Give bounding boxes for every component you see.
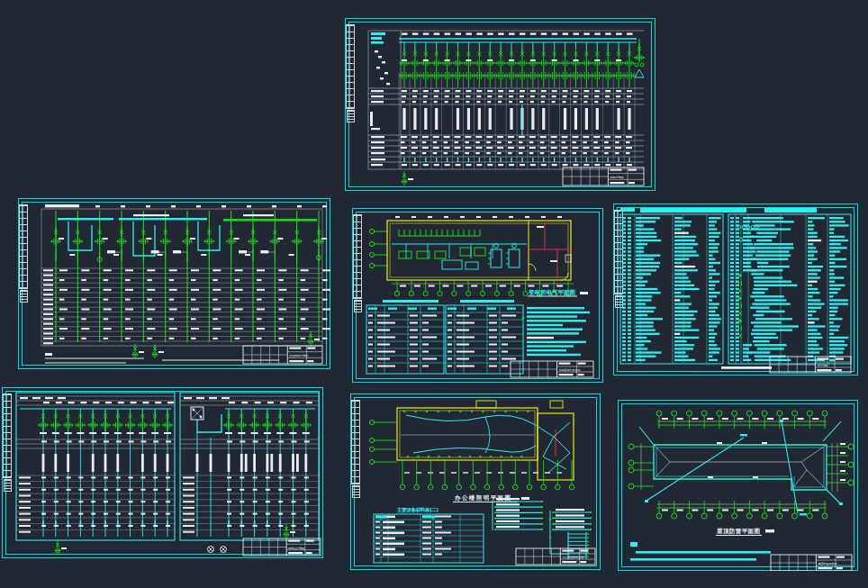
titleblock-sheet-title: 配电系统图 (610, 176, 623, 179)
table-title: 主要设备材料表(二) (396, 507, 439, 513)
titleblock-sheet-title: 设计说明 (817, 364, 827, 367)
sheet-drawing-planA: 变电所电气平面图变电所电气平面图 (352, 208, 603, 383)
titleblock-sheet-title: 低压配电系统图 (289, 354, 308, 357)
sheet-drawing-planB: 办公楼照明平面图主要设备材料表(二)办公楼照明平面图 (350, 394, 601, 570)
sheet-drawing-spec: 设计说明 (613, 204, 858, 375)
sheet-roof-lightning-plan[interactable]: 屋顶防雷平面图屋顶防雷平面图 (618, 400, 858, 571)
cad-model-space: { "app": {"background": "#212733"}, "col… (0, 0, 868, 588)
titleblock-sheet-title: 变电所电气平面图 (559, 368, 581, 372)
sheet-panel-system-diagrams[interactable]: 配电箱系统图 (2, 387, 323, 558)
sheet-substation-plan[interactable]: 变电所电气平面图变电所电气平面图 (352, 208, 603, 383)
plan-title: 变电所电气平面图 (528, 289, 575, 296)
sheet-lv-distribution-system[interactable]: 低压配电系统图 (18, 198, 330, 369)
titleblock-sheet-title: 配电箱系统图 (288, 547, 304, 550)
titleblock-sheet-title: 屋顶防雷平面图 (818, 562, 836, 565)
plan-title: 屋顶防雷平面图 (716, 528, 760, 535)
sheet-drawing-sys: 低压配电系统图 (18, 198, 330, 369)
sheet-hv-distribution-system[interactable]: 配电系统图 (345, 18, 656, 191)
sheet-office-lighting-plan[interactable]: 办公楼照明平面图主要设备材料表(二)办公楼照明平面图 (350, 394, 601, 570)
sheet-design-specification[interactable]: 设计说明 (613, 204, 858, 375)
titleblock-sheet-title: 办公楼照明平面图 (562, 556, 583, 559)
sheet-drawing-roof: 屋顶防雷平面图屋顶防雷平面图 (618, 400, 858, 571)
sheet-drawing-dual: 配电箱系统图 (2, 387, 323, 558)
sheet-drawing-hv: 配电系统图 (345, 18, 656, 191)
